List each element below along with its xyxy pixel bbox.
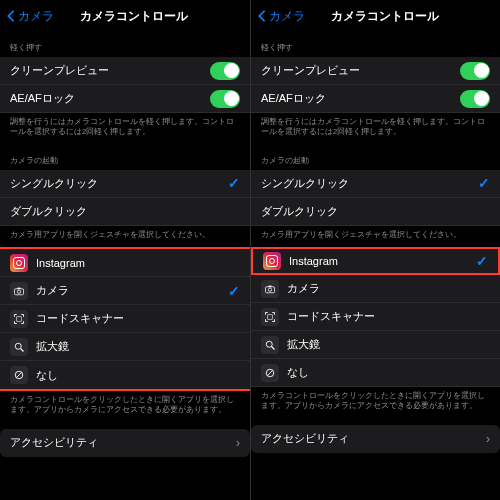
chevron-right-icon: › bbox=[486, 432, 490, 446]
row-app-camera[interactable]: カメラ bbox=[251, 275, 500, 303]
chevron-left-icon bbox=[257, 9, 267, 23]
row-app-none[interactable]: なし bbox=[0, 361, 250, 389]
row-clean-preview[interactable]: クリーンプレビュー bbox=[0, 57, 250, 85]
row-label: アクセシビリティ bbox=[10, 435, 236, 450]
row-app-instagram[interactable]: Instagram ✓ bbox=[251, 247, 500, 275]
magnifier-icon bbox=[10, 338, 28, 356]
row-ae-af-lock[interactable]: AE/AFロック bbox=[251, 85, 500, 113]
svg-rect-10 bbox=[269, 285, 272, 287]
svg-rect-11 bbox=[268, 315, 273, 320]
section-label-launch: カメラの起動 bbox=[0, 145, 250, 170]
toggle-on[interactable] bbox=[460, 90, 490, 108]
row-label: Instagram bbox=[36, 257, 240, 269]
svg-rect-0 bbox=[15, 289, 24, 295]
svg-line-13 bbox=[272, 346, 275, 349]
footer-apps: カメラコントロールをクリックしたときに開くアプリを選択します。アプリからカメラに… bbox=[0, 391, 250, 423]
row-app-magnifier[interactable]: 拡大鏡 bbox=[0, 333, 250, 361]
row-double-click[interactable]: ダブルクリック bbox=[251, 198, 500, 226]
svg-line-5 bbox=[21, 348, 24, 351]
row-label: シングルクリック bbox=[10, 176, 228, 191]
row-label: シングルクリック bbox=[261, 176, 478, 191]
checkmark-icon: ✓ bbox=[228, 283, 240, 299]
footer-launch: カメラ用アプリを開くジェスチャを選択してください。 bbox=[0, 226, 250, 248]
svg-line-15 bbox=[267, 370, 272, 375]
row-label: 拡大鏡 bbox=[36, 339, 240, 354]
toggle-on[interactable] bbox=[210, 62, 240, 80]
camera-icon bbox=[261, 280, 279, 298]
row-label: ダブルクリック bbox=[261, 204, 490, 219]
row-app-none[interactable]: なし bbox=[251, 359, 500, 387]
nav-header: カメラ カメラコントロール bbox=[0, 0, 250, 32]
page-title: カメラコントロール bbox=[275, 8, 494, 25]
svg-rect-3 bbox=[17, 317, 22, 322]
checkmark-icon: ✓ bbox=[476, 253, 488, 269]
chevron-left-icon bbox=[6, 9, 16, 23]
row-label: 拡大鏡 bbox=[287, 337, 490, 352]
section-label-lightpress: 軽く押す bbox=[251, 32, 500, 57]
page-title: カメラコントロール bbox=[24, 8, 244, 25]
camera-icon bbox=[10, 282, 28, 300]
svg-point-12 bbox=[266, 341, 272, 347]
svg-point-9 bbox=[268, 288, 271, 291]
toggle-on[interactable] bbox=[460, 62, 490, 80]
row-app-codescanner[interactable]: コードスキャナー bbox=[251, 303, 500, 331]
svg-line-7 bbox=[16, 373, 21, 378]
row-label: AE/AFロック bbox=[261, 91, 460, 106]
app-list-highlighted: Instagram カメラ ✓ コードスキャナー 拡大鏡 なし bbox=[0, 247, 250, 391]
row-single-click[interactable]: シングルクリック ✓ bbox=[0, 170, 250, 198]
row-accessibility[interactable]: アクセシビリティ › bbox=[0, 429, 250, 457]
row-label: カメラ bbox=[36, 283, 228, 298]
footer-apps: カメラコントロールをクリックしたときに開くアプリを選択します。アプリからカメラに… bbox=[251, 387, 500, 419]
svg-rect-2 bbox=[18, 287, 21, 289]
row-app-instagram[interactable]: Instagram bbox=[0, 249, 250, 277]
chevron-right-icon: › bbox=[236, 436, 240, 450]
row-label: AE/AFロック bbox=[10, 91, 210, 106]
footer-launch: カメラ用アプリを開くジェスチャを選択してください。 bbox=[251, 226, 500, 248]
none-icon bbox=[261, 364, 279, 382]
settings-pane-right: カメラ カメラコントロール 軽く押す クリーンプレビュー AE/AFロック 調整… bbox=[250, 0, 500, 500]
row-label: Instagram bbox=[289, 255, 476, 267]
checkmark-icon: ✓ bbox=[228, 175, 240, 191]
toggle-on[interactable] bbox=[210, 90, 240, 108]
instagram-icon bbox=[263, 252, 281, 270]
row-single-click[interactable]: シングルクリック ✓ bbox=[251, 170, 500, 198]
row-label: なし bbox=[287, 365, 490, 380]
row-label: ダブルクリック bbox=[10, 204, 240, 219]
row-label: なし bbox=[36, 368, 240, 383]
row-app-codescanner[interactable]: コードスキャナー bbox=[0, 305, 250, 333]
footer-lightpress: 調整を行うにはカメラコントロールを軽く押します。コントロールを選択するには2回軽… bbox=[251, 113, 500, 145]
qr-icon bbox=[261, 308, 279, 326]
row-ae-af-lock[interactable]: AE/AFロック bbox=[0, 85, 250, 113]
row-label: コードスキャナー bbox=[287, 309, 490, 324]
section-label-launch: カメラの起動 bbox=[251, 145, 500, 170]
footer-lightpress: 調整を行うにはカメラコントロールを軽く押します。コントロールを選択するには2回軽… bbox=[0, 113, 250, 145]
row-label: カメラ bbox=[287, 281, 490, 296]
svg-rect-8 bbox=[266, 287, 275, 293]
row-label: コードスキャナー bbox=[36, 311, 240, 326]
row-label: クリーンプレビュー bbox=[10, 63, 210, 78]
qr-icon bbox=[10, 310, 28, 328]
none-icon bbox=[10, 366, 28, 384]
settings-pane-left: カメラ カメラコントロール 軽く押す クリーンプレビュー AE/AFロック 調整… bbox=[0, 0, 250, 500]
row-label: クリーンプレビュー bbox=[261, 63, 460, 78]
row-accessibility[interactable]: アクセシビリティ › bbox=[251, 425, 500, 453]
row-label: アクセシビリティ bbox=[261, 431, 486, 446]
instagram-icon bbox=[10, 254, 28, 272]
nav-header: カメラ カメラコントロール bbox=[251, 0, 500, 32]
section-label-lightpress: 軽く押す bbox=[0, 32, 250, 57]
row-clean-preview[interactable]: クリーンプレビュー bbox=[251, 57, 500, 85]
row-double-click[interactable]: ダブルクリック bbox=[0, 198, 250, 226]
svg-point-1 bbox=[17, 290, 20, 293]
checkmark-icon: ✓ bbox=[478, 175, 490, 191]
magnifier-icon bbox=[261, 336, 279, 354]
row-app-camera[interactable]: カメラ ✓ bbox=[0, 277, 250, 305]
svg-point-4 bbox=[15, 343, 21, 349]
row-app-magnifier[interactable]: 拡大鏡 bbox=[251, 331, 500, 359]
